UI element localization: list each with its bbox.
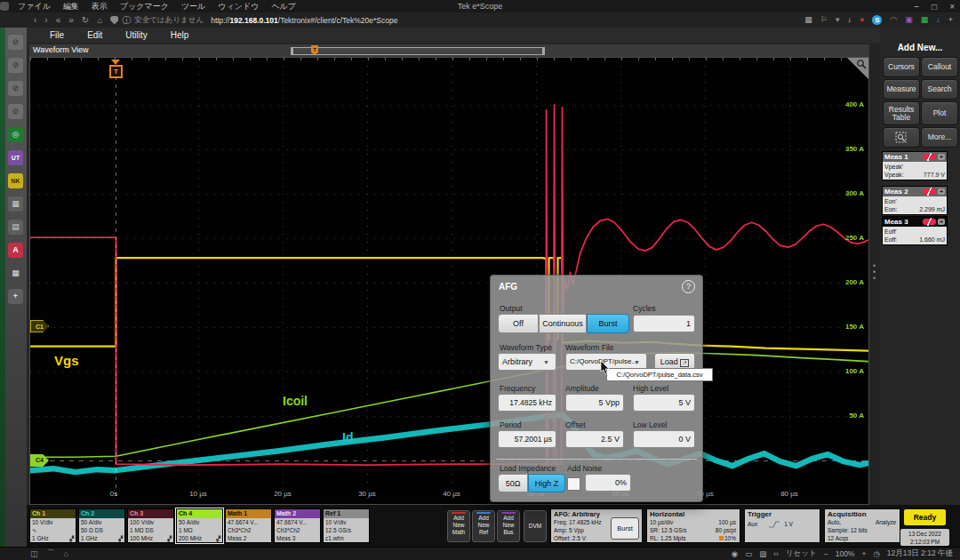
afg-badge[interactable]: AFG: Arbitrary Freq: 17.4825 kHz Amp: 5 …: [550, 508, 643, 543]
record-icon[interactable]: ●: [860, 15, 864, 25]
acquisition-badge[interactable]: Acquisition Auto,Analyze Sample: 12 bits…: [824, 508, 900, 543]
nk-icon[interactable]: NK: [8, 173, 23, 188]
more-button[interactable]: More...: [921, 127, 958, 148]
tab-icon-3[interactable]: ⊘: [8, 81, 23, 96]
impedance-50ohm-button[interactable]: 50Ω: [498, 474, 528, 492]
menu-file[interactable]: ファイル: [18, 1, 51, 12]
menu-view[interactable]: 表示: [92, 1, 108, 12]
bookmark-icon[interactable]: ⚐: [820, 15, 828, 25]
meas1-add-icon[interactable]: +: [938, 154, 945, 160]
extension-green-icon[interactable]: ▦: [921, 15, 929, 25]
panel-splitter[interactable]: [869, 44, 880, 547]
meas3-add-icon[interactable]: +: [938, 219, 945, 225]
scope-menu-file[interactable]: File: [50, 30, 64, 40]
channel-badge-math1[interactable]: Math 147.6674 V...Ch3*Ch2Meas 2: [225, 508, 272, 543]
zoom-overview-bracket[interactable]: [291, 47, 545, 55]
results-table-button[interactable]: Results Table: [883, 101, 920, 125]
scope-menu-help[interactable]: Help: [171, 30, 189, 40]
meas2-badge[interactable]: Meas 2+ Eon'Eon:2.299 mJ: [882, 186, 948, 215]
add-noise-checkbox[interactable]: [567, 477, 580, 491]
add-new-bus-button[interactable]: AddNewBus: [497, 510, 520, 542]
cycles-field[interactable]: 1: [633, 315, 695, 332]
tab-icon-1[interactable]: ⊘: [8, 35, 23, 50]
high-level-field[interactable]: 5 V: [633, 394, 695, 412]
afg-burst-button[interactable]: Burst: [611, 517, 639, 540]
menu-tools[interactable]: ツール: [181, 1, 205, 12]
pinned-a-icon[interactable]: A: [8, 243, 23, 258]
low-level-field[interactable]: 0 V: [633, 430, 695, 448]
doc-icon[interactable]: ▤: [8, 220, 23, 235]
meas1-badge[interactable]: Meas 1+ Vpeak'Vpeak:777.9 V: [882, 151, 948, 180]
frequency-field[interactable]: 17.4825 kHz: [498, 394, 556, 412]
offset-field[interactable]: 2.5 V: [565, 430, 624, 448]
tab-icon-2[interactable]: ⊘: [8, 58, 23, 73]
extension-purple-icon[interactable]: ▣: [905, 15, 913, 25]
zoom-select-button[interactable]: [883, 127, 920, 148]
panel-icon[interactable]: ◫: [30, 549, 38, 558]
output-off-button[interactable]: Off: [498, 314, 539, 333]
channel-badge-ch2[interactable]: Ch 250 A/div50 Ω DS1 GHz▞: [78, 508, 125, 543]
amplitude-field[interactable]: 5 Vpp: [565, 394, 624, 412]
forward-icon[interactable]: ›: [44, 15, 47, 25]
output-burst-button[interactable]: Burst: [587, 314, 629, 333]
home-icon[interactable]: ⌂: [97, 15, 102, 25]
maximize-button[interactable]: □: [932, 2, 937, 12]
dropdown-icon[interactable]: ▾: [836, 15, 840, 25]
qr-icon[interactable]: ▦: [8, 196, 23, 212]
puzzle-icon[interactable]: +: [948, 15, 953, 25]
meas2-add-icon[interactable]: +: [938, 188, 945, 195]
search-button[interactable]: Search: [921, 79, 958, 100]
home-icon[interactable]: ⌂: [64, 549, 68, 558]
browser-logo-icon[interactable]: [0, 2, 9, 11]
url-field[interactable]: http://192.168.0.101/Tektronix#/client/c…: [211, 16, 397, 25]
scope-app-icon[interactable]: ◎: [8, 127, 23, 142]
last-page-icon[interactable]: »: [68, 15, 74, 25]
measure-button[interactable]: Measure: [883, 79, 920, 100]
cursors-button[interactable]: Cursors: [883, 57, 920, 77]
download-icon[interactable]: ↓: [847, 15, 852, 25]
image-capture-icon[interactable]: ▨: [759, 549, 766, 558]
trigger-badge[interactable]: Trigger Aux 1 V: [744, 508, 820, 543]
scope-menu-utility[interactable]: Utility: [125, 30, 147, 40]
camera-icon[interactable]: ◉: [732, 549, 738, 558]
cloud-icon[interactable]: ⌒: [47, 548, 55, 559]
channel-badge-math2[interactable]: Math 247.6674 V...Ch3*Ch2Meas 3: [274, 508, 321, 543]
apps-grid-icon[interactable]: ▦: [8, 266, 23, 281]
help-icon[interactable]: ?: [682, 280, 695, 293]
close-button[interactable]: ×: [949, 2, 955, 12]
channel-badge-ch3[interactable]: Ch 3100 V/div1 MΩ DS100 MHz▞: [127, 508, 174, 543]
horizontal-badge[interactable]: Horizontal 10 µs/div100 µs SR: 12.5 GS/s…: [646, 508, 740, 543]
period-field[interactable]: 57.2001 µs: [498, 430, 556, 448]
add-new-math-button[interactable]: AddNewMath: [447, 510, 470, 542]
scope-menu-edit[interactable]: Edit: [87, 30, 102, 40]
add-tab-icon[interactable]: +: [8, 289, 23, 304]
waveform-type-dropdown[interactable]: ▼Arbitrary: [498, 353, 556, 371]
callout-button[interactable]: Callout: [921, 57, 958, 77]
info-icon[interactable]: ⓘ: [122, 14, 131, 27]
plot-button[interactable]: Plot: [921, 101, 958, 125]
ghost-icon[interactable]: ◠: [890, 15, 897, 25]
tab-icon-4[interactable]: ⊘: [8, 104, 23, 119]
menu-window[interactable]: ウィンドウ: [218, 1, 259, 12]
waveform-graticule[interactable]: 400 A350 A300 A250 A200 A150 A100 A50 A …: [29, 57, 869, 505]
noise-percent-field[interactable]: 0%: [585, 474, 631, 492]
channel-badge-ch1[interactable]: Ch 110 V/div∿1 GHz▞: [29, 508, 76, 543]
zoom-in-button[interactable]: +: [861, 549, 866, 558]
dvm-button[interactable]: DVM: [524, 510, 547, 542]
back-icon[interactable]: ‹: [34, 15, 36, 25]
meas3-badge[interactable]: Meas 3+ Eoff'Eoff:1.660 mJ: [882, 216, 948, 245]
channel-badge-ch4[interactable]: Ch 450 A/div1 MΩ200 MHz▞: [176, 508, 223, 543]
first-page-icon[interactable]: «: [56, 15, 61, 25]
menu-bookmarks[interactable]: ブックマーク: [120, 1, 169, 12]
reset-zoom-label[interactable]: リセット: [786, 548, 817, 559]
window-capture-icon[interactable]: ▭: [745, 549, 752, 558]
grid-icon[interactable]: ▦: [804, 15, 812, 25]
afg-dialog[interactable]: AFG ? Output Cycles Off Continuous Burst…: [490, 275, 703, 502]
channel-badge-ref1[interactable]: Ref 110 V/div12.5 GS/sc1.wfm: [323, 508, 370, 543]
add-new-ref-button[interactable]: AddNewRef: [472, 510, 495, 542]
reload-icon[interactable]: ↻: [82, 15, 89, 25]
zoom-out-button[interactable]: −: [824, 549, 828, 558]
download-blue-icon[interactable]: ↓: [936, 15, 940, 25]
ut-icon[interactable]: UT: [8, 150, 23, 165]
menu-help[interactable]: ヘルプ: [271, 1, 296, 12]
